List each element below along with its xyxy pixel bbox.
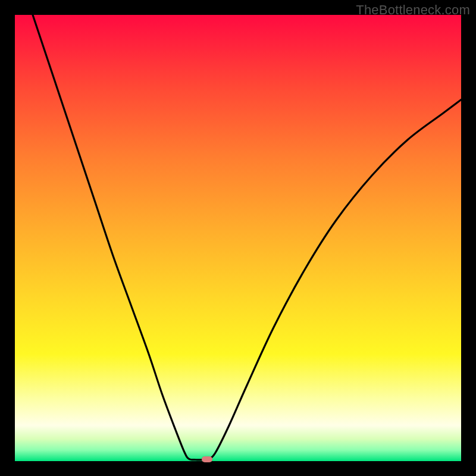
bottleneck-curve [15,15,461,461]
watermark-text: TheBottleneck.com [356,2,470,18]
optimum-marker [202,456,212,462]
gradient-plot-area [15,15,461,461]
chart-frame: TheBottleneck.com [0,0,476,476]
